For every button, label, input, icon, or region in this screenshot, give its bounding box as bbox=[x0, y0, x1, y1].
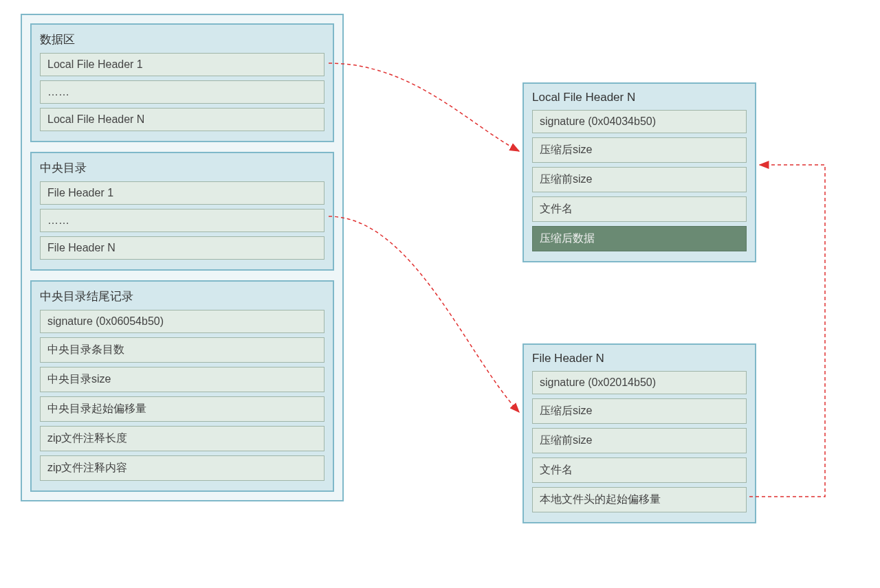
field-row: 压缩前size bbox=[532, 167, 747, 192]
field-row: 本地文件头的起始偏移量 bbox=[532, 487, 747, 512]
field-row: …… bbox=[40, 80, 324, 104]
arrow-offset-to-lfh bbox=[749, 165, 825, 497]
field-row: 文件名 bbox=[532, 457, 747, 483]
data-area-section: 数据区 Local File Header 1 …… Local File He… bbox=[30, 23, 334, 142]
local-file-header-detail: Local File Header N signature (0x04034b5… bbox=[522, 82, 756, 262]
field-row: Local File Header 1 bbox=[40, 53, 324, 76]
fh-detail-title: File Header N bbox=[532, 352, 747, 365]
central-directory-title: 中央目录 bbox=[40, 160, 324, 176]
field-row: signature (0x02014b50) bbox=[532, 371, 747, 394]
field-row: 中央目录条目数 bbox=[40, 337, 324, 363]
field-row: File Header 1 bbox=[40, 181, 324, 205]
field-row: 压缩后size bbox=[532, 398, 747, 424]
field-row: 压缩后size bbox=[532, 137, 747, 163]
field-row: zip文件注释长度 bbox=[40, 426, 324, 451]
field-row: File Header N bbox=[40, 236, 324, 260]
field-row-compressed-data: 压缩后数据 bbox=[532, 226, 747, 251]
file-header-detail: File Header N signature (0x02014b50) 压缩后… bbox=[522, 343, 756, 523]
field-row: 压缩前size bbox=[532, 428, 747, 453]
field-row: Local File Header N bbox=[40, 108, 324, 131]
central-directory-section: 中央目录 File Header 1 …… File Header N bbox=[30, 152, 334, 271]
data-area-title: 数据区 bbox=[40, 32, 324, 47]
field-row: 文件名 bbox=[532, 196, 747, 222]
lfh-detail-title: Local File Header N bbox=[532, 91, 747, 104]
field-row: 中央目录起始偏移量 bbox=[40, 396, 324, 422]
zip-structure-container: 数据区 Local File Header 1 …… Local File He… bbox=[21, 14, 344, 501]
field-row: signature (0x06054b50) bbox=[40, 310, 324, 333]
field-row: 中央目录size bbox=[40, 367, 324, 392]
arrow-lfh bbox=[329, 63, 519, 151]
field-row: …… bbox=[40, 209, 324, 232]
eocd-title: 中央目录结尾记录 bbox=[40, 289, 324, 304]
arrow-fh bbox=[329, 216, 519, 412]
field-row: signature (0x04034b50) bbox=[532, 110, 747, 133]
eocd-section: 中央目录结尾记录 signature (0x06054b50) 中央目录条目数 … bbox=[30, 280, 334, 492]
field-row: zip文件注释内容 bbox=[40, 455, 324, 481]
